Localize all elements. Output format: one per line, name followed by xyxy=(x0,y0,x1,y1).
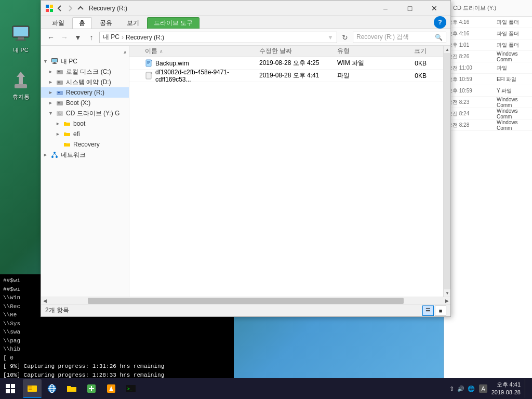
list-item[interactable]: 오후 10:59 EFI 파일 xyxy=(444,74,532,85)
sidebar-item-network-label: 네트워크 xyxy=(61,151,127,159)
tab-file[interactable]: 파일 xyxy=(45,17,71,29)
list-item[interactable]: 오후 4:16 파일 폴더 xyxy=(444,28,532,39)
cmd-line: \\swa xyxy=(3,328,231,337)
address-path[interactable]: 내 PC › Recovery (R:) ▼ xyxy=(99,32,337,43)
cmd-line: \\Sys xyxy=(3,320,231,328)
title-bar: Recovery (R:) – □ ✕ xyxy=(41,1,450,16)
wim-file-icon xyxy=(145,59,153,68)
sidebar-item-boot-x-label: Boot (X:) xyxy=(66,99,127,107)
taskbar-item-ie[interactable] xyxy=(43,379,61,398)
sidebar-item-efi-folder[interactable]: ► efi xyxy=(41,129,129,139)
table-row[interactable]: df19082d-c2fb-458e-9471-cdff169c53... 20… xyxy=(129,70,443,82)
close-button[interactable]: ✕ xyxy=(422,1,446,16)
sidebar-item-mypc[interactable]: ▼ 내 PC xyxy=(41,56,129,66)
nav-back-icon-titlebar[interactable] xyxy=(56,4,64,12)
file-name-2: df19082d-c2fb-458e-9471-cdff169c53... xyxy=(155,69,259,83)
desktop-icon-recycle[interactable]: 휴지통 xyxy=(5,68,36,103)
svg-rect-1 xyxy=(14,27,28,36)
address-bar: ← → ▼ ↑ 내 PC › Recovery (R:) ▼ ↻ Recover… xyxy=(41,29,450,46)
taskbar-item-folder[interactable] xyxy=(62,379,81,398)
list-item[interactable]: 오전 8:28 Windows Comm xyxy=(444,119,532,131)
tab-share[interactable]: 공유 xyxy=(93,17,119,29)
taskbar-item-app4[interactable] xyxy=(102,379,121,398)
search-placeholder: Recovery (R:) 검색 xyxy=(356,33,409,42)
tab-home[interactable]: 홈 xyxy=(72,17,92,29)
h-scroll-thumb[interactable] xyxy=(88,298,404,304)
sidebar-item-boot-folder[interactable]: ► boot xyxy=(41,118,129,129)
up-button[interactable]: ↑ xyxy=(86,32,97,43)
file-list-header: 이름 ∧ 수정한 날짜 유형 크기 xyxy=(129,46,443,57)
view-large-icons-button[interactable]: ■ xyxy=(435,305,446,316)
start-button[interactable] xyxy=(0,378,21,399)
horizontal-scrollbar[interactable]: ◀ ▶ xyxy=(41,297,450,304)
sidebar-item-network[interactable]: ► 네트워크 xyxy=(41,150,129,160)
path-recovery[interactable]: Recovery (R:) xyxy=(126,34,164,41)
sidebar-item-local-c[interactable]: ► 로컬 디스크 (C:) xyxy=(41,66,129,77)
list-item[interactable]: 오후 1:01 파일 폴더 xyxy=(444,39,532,51)
sidebar-item-boot-x[interactable]: ► Boot (X:) xyxy=(41,98,129,108)
path-dropdown-icon[interactable]: ▼ xyxy=(327,34,334,41)
tab-drive-tools[interactable]: 드라이브 도구 xyxy=(147,17,200,29)
desktop-icon-mypc[interactable]: 내 PC xyxy=(5,21,36,57)
explorer-window: Recovery (R:) – □ ✕ 파일 홈 공유 보기 드라이브 도구 ?… xyxy=(41,0,451,317)
search-box[interactable]: Recovery (R:) 검색 🔍 xyxy=(353,32,446,43)
list-item[interactable]: 오전 11:00 파일 xyxy=(444,62,532,74)
list-item[interactable]: 오전 8:26 Windows Comm xyxy=(444,51,532,62)
taskbar-clock[interactable]: 오후 4:41 2019-08-28 xyxy=(491,381,521,397)
view-details-button[interactable]: ☰ xyxy=(422,305,434,316)
col-header-size[interactable]: 크기 xyxy=(389,47,431,56)
scroll-down-button[interactable]: ▼ xyxy=(444,289,450,297)
list-item[interactable]: 오후 10:59 Y 파일 xyxy=(444,85,532,97)
list-item[interactable]: 오전 8:23 Windows Comm xyxy=(444,97,532,108)
scroll-left-button[interactable]: ◀ xyxy=(41,298,48,303)
svg-rect-3 xyxy=(16,39,26,41)
taskbar-item-terminal[interactable]: >_ xyxy=(122,379,140,398)
explorer2-path: CD 드라이브 (Y:) xyxy=(453,4,496,12)
keyboard-icon: ⇧ xyxy=(449,385,454,392)
expand-icon-boot-folder: ► xyxy=(56,121,63,126)
list-item[interactable]: 오전 8:24 Windows Comm xyxy=(444,108,532,119)
svg-rect-5 xyxy=(46,5,49,8)
col-header-type[interactable]: 유형 xyxy=(337,47,389,56)
expand-icon-boot-x: ► xyxy=(48,100,56,105)
sidebar-item-recovery-folder[interactable]: Recovery xyxy=(41,139,129,150)
col-header-name[interactable]: 이름 ∧ xyxy=(129,47,259,56)
forward-button[interactable]: → xyxy=(59,32,70,43)
expand-icon-cd-y: ▼ xyxy=(48,111,56,116)
window-title: Recovery (R:) xyxy=(89,5,374,12)
nav-forward-icon-titlebar[interactable] xyxy=(66,4,74,12)
show-desktop-button[interactable] xyxy=(525,379,528,398)
table-row[interactable]: Backup.wim 2019-08-28 오후 4:25 WIM 파일 0KB xyxy=(129,57,443,70)
svg-rect-37 xyxy=(28,385,32,387)
recent-locations-button[interactable]: ▼ xyxy=(72,32,84,43)
generic-file-icon xyxy=(145,72,153,80)
sidebar-item-recovery-r[interactable]: ► Recovery (R:) xyxy=(41,87,129,98)
network-tray-icon[interactable]: 🌐 xyxy=(468,385,475,392)
taskbar: >_ ⇧ 🔊 🌐 A 오후 4:41 2019-08-28 xyxy=(0,378,532,399)
svg-rect-4 xyxy=(15,84,27,88)
list-item[interactable]: 오후 4:16 파일 폴더 xyxy=(444,17,532,28)
tab-view[interactable]: 보기 xyxy=(120,17,146,29)
svg-rect-20 xyxy=(58,102,60,103)
volume-icon[interactable]: 🔊 xyxy=(457,385,464,392)
back-button[interactable]: ← xyxy=(45,32,57,43)
file-type-2: 파일 xyxy=(337,71,389,80)
col-header-date[interactable]: 수정한 날짜 xyxy=(259,47,337,56)
minimize-button[interactable]: – xyxy=(374,1,397,16)
taskbar-right: ⇧ 🔊 🌐 A 오후 4:41 2019-08-28 xyxy=(449,379,532,398)
help-button[interactable]: ? xyxy=(434,16,446,29)
ime-indicator[interactable]: A xyxy=(479,384,487,393)
vertical-scrollbar[interactable]: ▲ ▼ xyxy=(443,46,450,297)
scroll-right-button[interactable]: ▶ xyxy=(443,298,450,303)
taskbar-item-explorer[interactable] xyxy=(23,379,42,398)
maximize-button[interactable]: □ xyxy=(398,1,422,16)
sidebar-item-system-d[interactable]: ► 시스템 예약 (D:) xyxy=(41,77,129,87)
refresh-button[interactable]: ↻ xyxy=(339,32,351,43)
path-mypc[interactable]: 내 PC xyxy=(103,33,119,42)
nav-up-icon-titlebar[interactable] xyxy=(76,4,85,12)
scroll-up-button[interactable]: ▲ xyxy=(444,46,450,53)
taskbar-item-app3[interactable] xyxy=(82,379,101,398)
file-size-1: 0KB xyxy=(389,60,431,67)
sidebar-item-cd-y[interactable]: ▼ CD 드라이브 (Y:) G xyxy=(41,108,129,118)
cd-drive-icon xyxy=(56,109,64,117)
